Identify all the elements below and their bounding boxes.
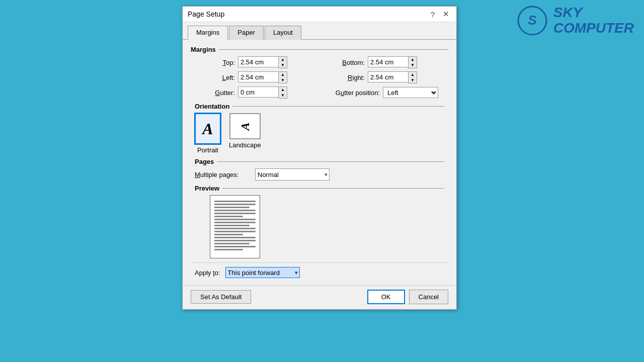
left-label: Left: (195, 74, 235, 81)
tab-layout[interactable]: Layout (265, 26, 301, 40)
right-label: Right: (325, 74, 365, 81)
sky-logo-icon: S (517, 6, 547, 36)
preview-line-15 (214, 243, 250, 244)
cancel-button[interactable]: Cancel (409, 290, 448, 304)
preview-line-10 (214, 228, 256, 229)
top-spinner-btns: ▲ ▼ (278, 56, 287, 68)
portrait-option[interactable]: A Portrait (195, 113, 221, 154)
right-row: Right: ▲ ▼ (325, 71, 444, 83)
portrait-label: Portrait (197, 146, 218, 154)
bottom-row: Bottom: ▲ ▼ (325, 56, 444, 68)
dialog-content: Margins Top: ▲ ▼ Bottom (183, 40, 456, 285)
sky-logo: S SKY COMPUTER (517, 5, 634, 36)
orientation-section-title: Orientation (195, 103, 229, 110)
multiple-pages-select[interactable]: Normal Mirror margins 2 pages per sheet … (255, 168, 330, 180)
gutter-pos-select-wrapper: Left Top (383, 87, 438, 98)
gutter-spinner: ▲ ▼ (238, 86, 287, 99)
left-up-btn[interactable]: ▲ (279, 72, 287, 77)
preview-line-17 (214, 249, 243, 250)
right-down-btn[interactable]: ▼ (409, 77, 417, 83)
gutter-down-btn[interactable]: ▼ (279, 93, 287, 98)
preview-line-4 (214, 210, 256, 211)
set-as-default-button[interactable]: Set As Default (191, 290, 251, 304)
right-spinner-btns: ▲ ▼ (408, 71, 417, 83)
right-input[interactable] (368, 71, 408, 82)
preview-line-7 (214, 219, 256, 220)
left-row: Left: ▲ ▼ (195, 71, 314, 83)
help-button[interactable]: ? (429, 10, 437, 19)
orientation-options: A Portrait A Landscape (195, 113, 444, 154)
top-down-btn[interactable]: ▼ (279, 62, 287, 68)
apply-label: Apply to: (195, 269, 220, 277)
preview-section: Preview (191, 185, 448, 258)
preview-line-5 (214, 213, 256, 214)
gutter-input[interactable] (238, 86, 278, 98)
preview-box (195, 195, 444, 258)
gutter-pos-label: Gutter position: (325, 89, 380, 97)
preview-line-2 (214, 204, 256, 205)
portrait-icon: A (195, 113, 221, 144)
dialog-title: Page Setup (188, 10, 224, 18)
close-button[interactable]: ✕ (441, 10, 451, 19)
bottom-up-btn[interactable]: ▲ (409, 57, 417, 62)
gutter-pos-select[interactable]: Left Top (383, 87, 438, 98)
preview-line-9 (214, 225, 250, 226)
titlebar-controls: ? ✕ (429, 10, 451, 19)
pages-row: Multiple pages: Normal Mirror margins 2 … (195, 168, 444, 180)
footer-right-buttons: OK Cancel (367, 290, 448, 304)
preview-page (210, 195, 260, 258)
tab-paper[interactable]: Paper (229, 26, 264, 40)
orientation-section-divider (232, 106, 444, 107)
gutter-spinner-btns: ▲ ▼ (278, 86, 287, 99)
left-spinner: ▲ ▼ (238, 71, 287, 83)
preview-line-11 (214, 231, 256, 232)
preview-section-title: Preview (195, 185, 219, 192)
preview-line-16 (214, 246, 256, 247)
preview-line-14 (214, 240, 256, 241)
section-divider (219, 49, 448, 50)
left-spinner-btns: ▲ ▼ (278, 71, 287, 83)
left-down-btn[interactable]: ▼ (279, 77, 287, 83)
pages-section-title: Pages (195, 158, 214, 165)
preview-line-8 (214, 222, 256, 223)
pages-section-divider (217, 161, 444, 162)
apply-select-wrapper: This point forward Whole document This s… (225, 267, 300, 278)
right-spinner: ▲ ▼ (368, 71, 417, 83)
dialog-titlebar: Page Setup ? ✕ (183, 7, 456, 22)
preview-section-divider (222, 188, 444, 189)
apply-row: Apply to: This point forward Whole docum… (191, 262, 448, 280)
top-up-btn[interactable]: ▲ (279, 57, 287, 62)
margins-form-grid: Top: ▲ ▼ Bottom: ▲ (191, 56, 448, 99)
sky-logo-text: SKY COMPUTER (553, 5, 634, 36)
landscape-option[interactable]: A Landscape (229, 113, 261, 154)
apply-to-select[interactable]: This point forward Whole document This s… (225, 267, 300, 278)
right-up-btn[interactable]: ▲ (409, 72, 417, 77)
preview-line-12 (214, 234, 243, 235)
landscape-icon: A (229, 113, 261, 139)
top-label: Top: (195, 59, 235, 66)
preview-line-1 (214, 201, 256, 202)
ok-button[interactable]: OK (367, 290, 405, 304)
top-row: Top: ▲ ▼ (195, 56, 314, 68)
multiple-pages-select-wrapper: Normal Mirror margins 2 pages per sheet … (255, 168, 330, 180)
page-setup-dialog: Page Setup ? ✕ Margins Paper Layout Marg… (182, 6, 457, 310)
bottom-spinner-btns: ▲ ▼ (408, 56, 417, 68)
bottom-input[interactable] (368, 56, 408, 67)
orientation-section: Orientation A Portrait A Landscape (191, 103, 448, 154)
dialog-footer: Set As Default OK Cancel (183, 285, 456, 309)
tab-bar: Margins Paper Layout (183, 22, 456, 40)
margins-section: Margins Top: ▲ ▼ Bottom (191, 46, 448, 99)
preview-line-3 (214, 207, 250, 208)
top-input[interactable] (238, 56, 278, 67)
gutter-pos-row: Gutter position: Left Top (325, 86, 444, 99)
gutter-up-btn[interactable]: ▲ (279, 87, 287, 93)
svg-text:S: S (528, 13, 537, 28)
multiple-pages-label: Multiple pages: (195, 171, 250, 178)
gutter-label: Gutter: (195, 89, 235, 97)
bottom-down-btn[interactable]: ▼ (409, 62, 417, 68)
bottom-spinner: ▲ ▼ (368, 56, 417, 68)
left-input[interactable] (238, 71, 278, 82)
tab-margins[interactable]: Margins (188, 26, 228, 40)
landscape-label: Landscape (229, 141, 261, 149)
top-spinner: ▲ ▼ (238, 56, 287, 68)
